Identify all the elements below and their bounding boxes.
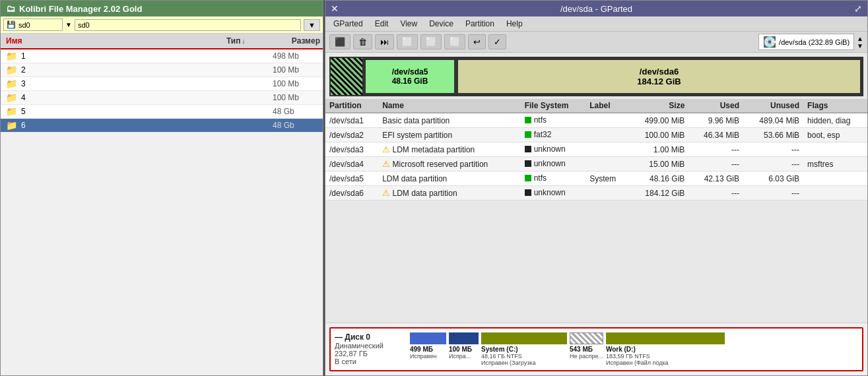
disk-selector[interactable]: 💽 /dev/sda (232.89 GiB) [758, 34, 854, 50]
partition-device: /dev/sda5 [325, 172, 378, 186]
disk-map: — Диск 0 Динамический 232,87 ГБ В сети 4… [329, 327, 863, 371]
partition-fs: unknown [521, 142, 586, 157]
table-row[interactable]: 📁 5 48 Gb [1, 105, 323, 119]
disk-seg-100[interactable]: 100 МБ Испра... [449, 332, 479, 366]
disk-map-status: В сети [335, 358, 403, 365]
disk-icon: 💽 [763, 36, 776, 48]
gp-toolbar: ⬛ 🗑 ⏭ ⬜ ⬜ ⬜ ↩ ✓ 💽 /dev/sda (232.89 GiB) … [325, 32, 867, 53]
partition-flags: boot, esp [803, 128, 867, 142]
seg-499-bar [410, 332, 446, 344]
dropdown-arrow[interactable]: ▼ [65, 21, 72, 28]
fm-col-size[interactable]: Размер [277, 35, 323, 47]
drive-select[interactable]: 💾 sd0 [3, 18, 63, 31]
fs-color-dot [525, 117, 531, 123]
table-row[interactable]: 📁 6 48 Gb [1, 119, 323, 133]
file-name: 4 [21, 93, 270, 102]
tb-move-btn[interactable]: ⬜ [397, 34, 418, 49]
pv-sda5[interactable]: /dev/sda5 48.16 GiB [364, 58, 456, 95]
disk-seg-499[interactable]: 499 МБ Исправен [410, 332, 446, 366]
menu-item-gparted[interactable]: GParted [328, 18, 368, 30]
fs-color-dot [525, 146, 531, 152]
seg-100-label: 100 МБ [449, 346, 472, 353]
fs-label: ntfs [534, 115, 547, 125]
menu-item-help[interactable]: Help [501, 18, 528, 30]
seg-543-label: 543 МБ [570, 346, 593, 353]
tb-undo-btn[interactable]: ↩ [468, 34, 486, 49]
gparted-window: ✕ /dev/sda - GParted ⤢ GPartedEditViewDe… [325, 0, 868, 376]
disk-seg-work[interactable]: Work (D:) 183,59 ГБ NTFS Исправен (Файл … [606, 332, 725, 366]
partition-flags [803, 172, 867, 186]
folder-icon: 📁 [6, 78, 17, 89]
tb-copy-btn[interactable]: ⬛ [329, 34, 351, 49]
pv-stripes [331, 58, 364, 95]
fm-list: 📁 1 498 Mb 📁 2 100 Mb 📁 3 100 Mb 📁 4 100… [1, 49, 323, 375]
menu-item-partition[interactable]: Partition [460, 18, 500, 30]
disk-map-name: — Диск 0 [335, 332, 403, 342]
disk-seg-system[interactable]: System (C:) 48,16 ГБ NTFS Исправен (Загр… [481, 332, 567, 366]
fs-label: unknown [534, 188, 566, 197]
disk-arrows[interactable]: ▲▼ [857, 35, 863, 49]
path-down-button[interactable]: ▼ [304, 19, 320, 31]
menu-item-edit[interactable]: Edit [370, 18, 394, 30]
table-row[interactable]: /dev/sda5 LDM data partition ntfs System… [325, 172, 867, 186]
table-row[interactable]: /dev/sda6 ⚠ LDM data partition unknown 1… [325, 186, 867, 201]
partition-fs: unknown [521, 157, 586, 172]
folder-icon: 📁 [6, 92, 17, 103]
fm-col-name[interactable]: Имя [1, 35, 224, 47]
table-row[interactable]: /dev/sda3 ⚠ LDM metadata partition unkno… [325, 142, 867, 157]
table-row[interactable]: /dev/sda1 Basic data partition ntfs 499.… [325, 113, 867, 128]
fs-label: ntfs [534, 173, 547, 183]
menu-item-device[interactable]: Device [424, 18, 459, 30]
fm-col-type[interactable]: Тип ↓ [224, 35, 277, 47]
fs-color-dot [525, 160, 531, 167]
partition-used: --- [688, 142, 743, 157]
close-button[interactable]: ✕ [331, 3, 339, 14]
partition-used: --- [688, 157, 743, 172]
drive-icon: 💾 [7, 20, 16, 29]
tb-paste-btn[interactable]: ⬜ [444, 34, 465, 49]
tb-skip-btn[interactable]: ⏭ [375, 34, 394, 49]
file-size: 48 Gb [273, 121, 300, 130]
table-row[interactable]: 📁 2 100 Mb [1, 63, 323, 77]
table-row[interactable]: /dev/sda4 ⚠ Microsoft reserved partition… [325, 157, 867, 172]
gp-titlebar: ✕ /dev/sda - GParted ⤢ [325, 1, 867, 16]
path-input[interactable] [75, 19, 301, 31]
seg-100-bar [449, 332, 479, 344]
partition-used: --- [688, 186, 743, 201]
seg-system-bar [481, 332, 567, 344]
fm-titlebar: 🗂 Kolibri File Manager 2.02 Gold [1, 1, 323, 16]
partition-label [585, 128, 628, 142]
table-row[interactable]: 📁 4 100 Mb [1, 91, 323, 105]
table-row[interactable]: 📁 3 100 Mb [1, 77, 323, 91]
fs-color-dot [525, 131, 531, 138]
tb-apply-btn[interactable]: ✓ [488, 34, 506, 49]
gp-title: /dev/sda - GParted [339, 4, 854, 14]
seg-499-detail: Исправен [410, 353, 437, 360]
seg-work-size: 183,59 ГБ NTFS [606, 353, 650, 360]
partition-size: 48.16 GiB [628, 172, 688, 186]
th-name: Name [378, 99, 520, 113]
partition-unused: 489.04 MiB [743, 113, 803, 128]
table-row[interactable]: 📁 1 498 Mb [1, 49, 323, 63]
file-size: 48 Gb [273, 107, 300, 116]
partition-device: /dev/sda6 [325, 186, 378, 201]
table-row[interactable]: /dev/sda2 EFI system partition fat32 100… [325, 128, 867, 142]
menu-item-view[interactable]: View [395, 18, 422, 30]
file-size: 100 Mb [273, 79, 304, 88]
file-manager: 🗂 Kolibri File Manager 2.02 Gold 💾 sd0 ▼… [0, 0, 323, 376]
disk-seg-543[interactable]: 543 МБ Не распре... [570, 332, 603, 366]
partition-device: /dev/sda4 [325, 157, 378, 172]
fs-label: fat32 [534, 130, 552, 139]
tb-delete-btn[interactable]: 🗑 [353, 34, 372, 49]
expand-button[interactable]: ⤢ [854, 3, 862, 14]
seg-543-bar [570, 332, 603, 344]
partition-device: /dev/sda3 [325, 142, 378, 157]
partition-label [585, 157, 628, 172]
file-type: 100 Mb [270, 93, 323, 102]
pv-sda6[interactable]: /dev/sda6 184.12 GiB [456, 58, 862, 95]
partition-name: ⚠ LDM data partition [378, 186, 520, 201]
file-type: 48 Gb [270, 121, 323, 130]
tb-copy2-btn[interactable]: ⬜ [420, 34, 442, 49]
th-flags: Flags [803, 99, 867, 113]
disk-map-type: Динамический [335, 342, 403, 350]
